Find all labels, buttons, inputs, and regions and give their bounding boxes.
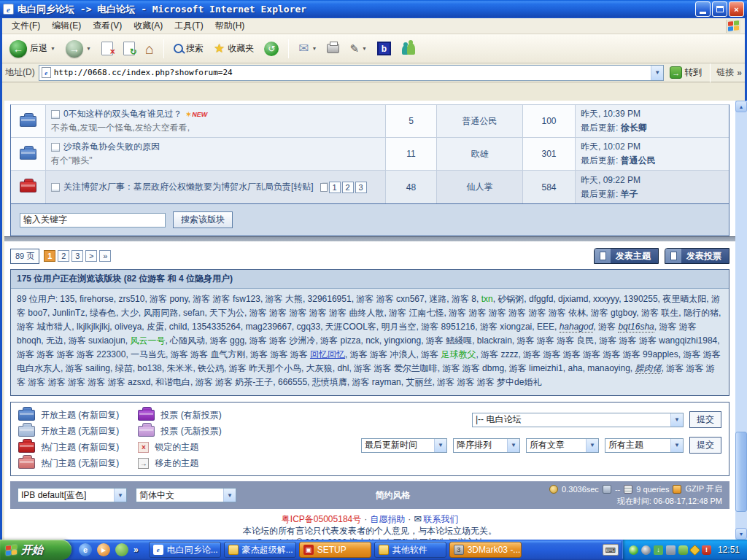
menu-tools[interactable]: 工具(T) — [169, 18, 208, 34]
topic-starter-link[interactable]: 普通公民 — [462, 115, 498, 128]
menu-file[interactable]: 文件(F) — [7, 18, 45, 34]
messenger-icon[interactable] — [678, 545, 688, 555]
topic-page-link[interactable]: 1 — [329, 182, 341, 193]
messenger-button[interactable] — [398, 41, 420, 57]
history-icon: ↺ — [264, 42, 279, 56]
address-dropdown-icon[interactable]: ▼ — [651, 66, 663, 80]
start-button[interactable]: 开始 — [0, 540, 71, 560]
security-icon[interactable]: ! — [702, 545, 711, 555]
sync-icon[interactable]: ↓ — [654, 545, 663, 555]
taskbar-task-button[interactable]: 豪杰超级解... — [224, 542, 296, 558]
pagination-page-button[interactable]: 3 — [71, 250, 83, 262]
folder-red-icon — [18, 442, 35, 453]
user-name-link[interactable]: hahagod — [560, 322, 594, 332]
filter-submit-button[interactable]: 提交 — [689, 437, 721, 454]
filter-select-3[interactable]: 所有文章▼ — [526, 438, 599, 453]
language-select[interactable]: 简体中文 ▼ — [136, 488, 236, 502]
pagination-page-button[interactable]: » — [99, 250, 111, 262]
lofi-style-link[interactable]: 简约风格 — [245, 489, 541, 502]
alert-icon[interactable] — [689, 544, 701, 556]
last-update-user[interactable]: 羊子 — [621, 189, 638, 199]
user-name-link[interactable]: 回忆回忆 — [310, 349, 345, 359]
mail-dropdown-icon[interactable]: ▼ — [311, 46, 317, 51]
vertical-scrollbar[interactable]: ▲ ▼ — [735, 101, 747, 540]
forum-jump-select[interactable]: |-- 电白论坛 ▼ — [472, 413, 684, 427]
restore-button[interactable] — [712, 1, 727, 17]
favorites-button[interactable]: ★ 收藏夹 — [211, 41, 257, 56]
filter-select-4[interactable]: 所有主题▼ — [605, 438, 684, 453]
filter-select-1[interactable]: 最后更新时间▼ — [361, 438, 447, 453]
quicklaunch-ie-icon[interactable]: e — [79, 543, 92, 556]
pagination-page-button[interactable]: 2 — [58, 250, 69, 262]
links-button[interactable]: 链接 » — [716, 66, 742, 79]
minimize-button[interactable] — [695, 1, 711, 17]
close-button[interactable]: × — [729, 1, 744, 17]
scroll-up-icon[interactable]: ▲ — [735, 101, 747, 112]
topic-title-link[interactable]: 沙琅养龟协会失败的原因 — [63, 141, 160, 153]
user-name-link[interactable]: bqt16sha — [618, 322, 654, 332]
edit-dropdown-icon[interactable]: ▼ — [362, 46, 367, 51]
plugin-button[interactable]: b — [374, 40, 394, 57]
scroll-down-icon[interactable]: ▼ — [735, 528, 747, 540]
pagination-page-button[interactable]: 1 — [44, 250, 55, 262]
mail-button[interactable]: ✉ ▼ — [295, 41, 320, 56]
search-forum-button[interactable]: 搜索该版块 — [173, 211, 233, 228]
menu-favorites[interactable]: 收藏(A) — [128, 18, 168, 34]
contact-link[interactable]: 联系我们 — [423, 514, 458, 524]
user-name-link[interactable]: 风云一号 — [130, 335, 165, 346]
search-button[interactable]: 搜索 — [171, 41, 206, 56]
topic-title-link[interactable]: 0不知这样的双头龟有谁见过？ — [63, 108, 182, 120]
active-users-list: 89 位用户: 135, firehorse, zrs510, 游客 pony,… — [11, 289, 729, 395]
volume-icon[interactable] — [641, 545, 651, 555]
taskbar-task-button[interactable]: e电白同乡论... — [149, 542, 221, 558]
menu-edit[interactable]: 编辑(E) — [47, 18, 86, 34]
taskbar-task-button[interactable]: 其他软件 — [374, 542, 446, 558]
jump-submit-button[interactable]: 提交 — [689, 411, 721, 428]
donate-link[interactable]: 自愿捐助 — [370, 514, 405, 524]
user-name-link[interactable]: 足球教父 — [441, 349, 476, 359]
filter-select-value: 降序排列 — [457, 439, 503, 451]
scrollbar-thumb[interactable] — [735, 432, 747, 512]
menu-help[interactable]: 帮助(H) — [210, 18, 250, 34]
home-button[interactable]: ⌂ — [142, 40, 157, 58]
last-update-user[interactable]: 徐长卿 — [621, 122, 647, 133]
refresh-button[interactable]: ↻ — [120, 40, 138, 57]
new-topic-button[interactable]: 发表主题 — [594, 248, 659, 264]
topic-starter-link[interactable]: 欧雄 — [471, 148, 489, 160]
title-bar: e 电白同乡论坛 -> 电白论坛 - Microsoft Internet Ex… — [0, 0, 747, 18]
address-input[interactable]: e http://0668.cc/index.php?showforum=24 … — [39, 65, 665, 81]
forward-dropdown-icon[interactable]: ▼ — [86, 46, 91, 51]
device-icon[interactable] — [666, 545, 676, 555]
topic-page-link[interactable]: 3 — [355, 182, 367, 193]
chevron-down-icon: ▼ — [434, 439, 446, 452]
quicklaunch-chevron-icon[interactable]: » — [133, 545, 139, 555]
topic-page-link[interactable]: 2 — [342, 182, 354, 193]
quicklaunch-msn-icon[interactable] — [115, 543, 128, 556]
user-name-link[interactable]: txn — [481, 294, 493, 304]
history-button[interactable]: ↺ — [261, 40, 282, 58]
topic-replies: 11 — [386, 138, 437, 170]
cd-icon[interactable] — [629, 545, 638, 555]
stop-button[interactable]: × — [98, 40, 116, 57]
ime-keyboard-icon[interactable]: ⌨ — [603, 544, 619, 556]
topic-starter-link[interactable]: 仙人掌 — [467, 181, 493, 193]
taskbar-task-button[interactable]: 33DMark03 -... — [449, 542, 522, 558]
last-update-user[interactable]: 普通公民 — [621, 155, 656, 166]
keyword-input[interactable] — [20, 213, 166, 228]
pagination-page-button[interactable]: > — [85, 250, 97, 262]
print-button[interactable] — [324, 42, 342, 55]
topic-title-link[interactable]: 关注博贺水厂事：基层政府公权懒散要为博贺水厂乱局负责[转贴] — [63, 181, 314, 193]
forward-button[interactable]: → ▼ — [63, 39, 94, 59]
menu-view[interactable]: 查看(V) — [88, 18, 127, 34]
skin-select[interactable]: IPB default[蓝色] ▼ — [18, 488, 127, 502]
user-name-link[interactable]: 臊肉佬 — [635, 363, 662, 374]
filter-select-2[interactable]: 降序排列▼ — [453, 438, 520, 453]
taskbar-task-button[interactable]: ▣SETUP — [299, 542, 371, 558]
new-poll-button[interactable]: 发表投票 — [665, 248, 729, 264]
topic-desc: 不养龟,发现一个怪龟,发给大空看看, — [51, 122, 380, 134]
back-dropdown-icon[interactable]: ▼ — [50, 46, 55, 51]
go-button[interactable]: → 转到 — [667, 66, 704, 79]
quicklaunch-media-icon[interactable]: ▶ — [97, 543, 110, 556]
back-button[interactable]: ← 后退 ▼ — [7, 39, 58, 59]
edit-button[interactable]: ✎ ▼ — [347, 42, 370, 55]
